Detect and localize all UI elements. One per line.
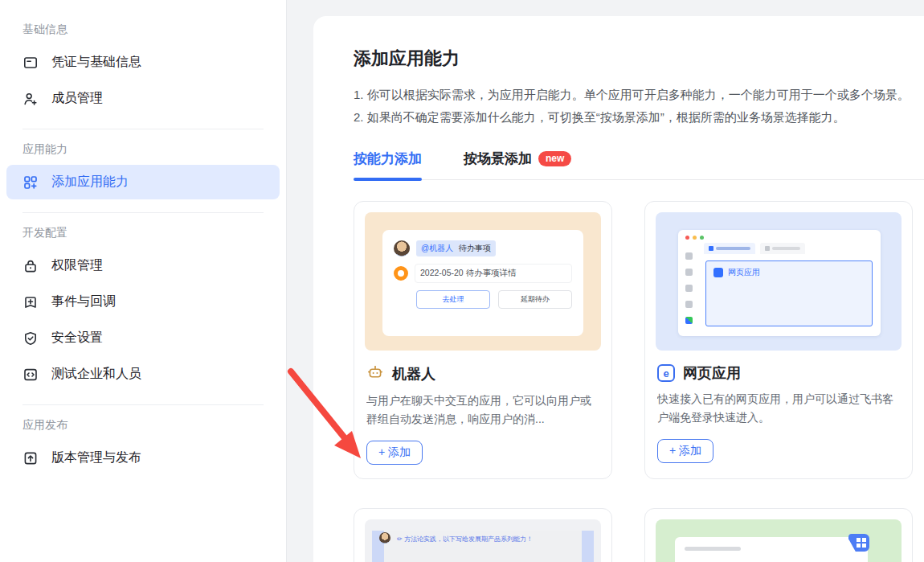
capability-card-gadget-partial — [644, 508, 913, 562]
sidebar-section-capability: 应用能力 — [22, 142, 264, 157]
sidebar-item-label: 凭证与基础信息 — [51, 54, 141, 71]
sidebar-divider — [22, 212, 264, 213]
sidebar-item-label: 版本管理与发布 — [51, 449, 141, 466]
tab-by-scenario[interactable]: 按场景添加 new — [464, 150, 571, 179]
sidebar-item-security[interactable]: 安全设置 — [6, 321, 280, 355]
sidebar-item-label: 添加应用能力 — [51, 174, 129, 191]
sidebar-divider — [22, 404, 264, 405]
robot-icon — [366, 363, 384, 384]
new-badge: new — [538, 151, 571, 166]
bot-illustration: @机器人 待办事项 2022-05-20 待办事项详情 去处理 延期待办 — [365, 212, 601, 351]
tab-label: 按场景添加 — [464, 150, 532, 168]
code-icon — [22, 367, 39, 383]
sidebar-item-label: 成员管理 — [51, 90, 103, 107]
mock-primary-button: 去处理 — [416, 290, 490, 309]
sidebar-divider — [22, 129, 264, 129]
grid-add-icon — [22, 174, 39, 191]
capability-card-bot: @机器人 待办事项 2022-05-20 待办事项详情 去处理 延期待办 — [354, 201, 612, 479]
doc-comment-caption: ✏ 方法论实践，以下写给发展期产品系列能力！ — [397, 535, 533, 544]
shield-check-icon — [22, 330, 39, 347]
gadget-illustration — [656, 519, 902, 562]
lock-icon — [22, 258, 39, 274]
sidebar: 基础信息 凭证与基础信息 成员管理 应用能力 添加应用能力 开发配 — [0, 0, 287, 562]
content-panel: 添加应用能力 1. 你可以根据实际需求，为应用开启能力。单个应用可开启多种能力，… — [313, 16, 924, 562]
sidebar-item-label: 测试企业和人员 — [51, 366, 141, 383]
capability-card-webapp: 网页应用 e 网页应用 快速接入已有的网页应用，用户可以通过飞书客户端免登录快速… — [644, 201, 913, 479]
docs-illustration: ✏ 方法论实践，以下写给发展期产品系列能力！ — [365, 519, 601, 562]
instruction-line-2: 2. 如果尚不确定需要添加什么能力，可切换至“按场景添加”，根据所需的业务场景选… — [354, 106, 924, 129]
card-description: 快速接入已有的网页应用，用户可以通过飞书客户端免登录快速进入。 — [657, 390, 900, 427]
todo-status-icon — [394, 266, 408, 281]
tab-label: 按能力添加 — [354, 150, 422, 168]
page-title: 添加应用能力 — [354, 47, 924, 71]
id-card-icon — [22, 55, 39, 71]
browser-content-area: 网页应用 — [705, 260, 873, 326]
instruction-line-1: 1. 你可以根据实际需求，为应用开启能力。单个应用可开启多种能力，一个能力可用于… — [354, 84, 924, 106]
sidebar-item-label: 权限管理 — [51, 257, 103, 274]
upload-icon — [22, 450, 39, 466]
main-area: 添加应用能力 1. 你可以根据实际需求，为应用开启能力。单个应用可开启多种能力，… — [287, 0, 924, 562]
bot-chat-mockup: @机器人 待办事项 2022-05-20 待办事项详情 去处理 延期待办 — [382, 230, 583, 336]
add-webapp-button[interactable]: + 添加 — [657, 439, 713, 463]
sidebar-item-permissions[interactable]: 权限管理 — [6, 248, 280, 283]
sidebar-item-label: 事件与回调 — [51, 293, 116, 310]
partial-cards-row: ✏ 方法论实践，以下写给发展期产品系列能力！ — [354, 508, 924, 562]
sidebar-item-credentials[interactable]: 凭证与基础信息 — [6, 45, 280, 80]
card-title: 机器人 — [392, 364, 435, 384]
person-add-icon — [22, 91, 39, 107]
tab-bar: 按能力添加 按场景添加 new — [354, 150, 924, 180]
card-description: 与用户在聊天中交互的应用，它可以向用户或群组自动发送消息，响应用户的消... — [366, 392, 599, 429]
sidebar-item-version-release[interactable]: 版本管理与发布 — [6, 441, 280, 475]
mock-app-label: 网页应用 — [728, 267, 760, 278]
browser-tabs — [704, 243, 805, 254]
webapp-e-icon: e — [657, 364, 675, 382]
mock-secondary-button: 延期待办 — [498, 290, 572, 309]
sidebar-item-events[interactable]: 事件与回调 — [6, 285, 280, 319]
browser-side-rail — [678, 244, 699, 336]
add-bot-button[interactable]: + 添加 — [366, 441, 423, 465]
browser-mockup: 网页应用 — [678, 230, 881, 336]
bot-mention-chip: @机器人 待办事项 — [416, 240, 496, 256]
sidebar-item-members[interactable]: 成员管理 — [6, 81, 280, 116]
bot-topic-text: 待办事项 — [459, 244, 491, 252]
sidebar-item-label: 安全设置 — [51, 330, 103, 347]
app-square-icon — [713, 268, 723, 277]
sidebar-section-release: 应用发布 — [22, 418, 264, 433]
bot-mention-text: @机器人 — [421, 244, 453, 252]
tab-by-capability[interactable]: 按能力添加 — [354, 150, 422, 179]
sidebar-item-test-company[interactable]: 测试企业和人员 — [6, 357, 280, 392]
event-callback-icon — [22, 294, 39, 310]
sidebar-item-add-capability[interactable]: 添加应用能力 — [6, 165, 280, 199]
sidebar-section-dev-config: 开发配置 — [22, 226, 264, 240]
avatar — [394, 240, 410, 256]
capability-card-docs-partial: ✏ 方法论实践，以下写给发展期产品系列能力！ — [354, 508, 612, 562]
sidebar-section-basic-info: 基础信息 — [22, 23, 264, 37]
card-title: 网页应用 — [683, 363, 741, 383]
capability-cards-row: @机器人 待办事项 2022-05-20 待办事项详情 去处理 延期待办 — [354, 201, 924, 479]
webapp-illustration: 网页应用 — [656, 212, 902, 351]
avatar — [379, 532, 390, 544]
todo-detail-text: 2022-05-20 待办事项详情 — [415, 264, 572, 283]
traffic-light-dots — [685, 236, 704, 240]
